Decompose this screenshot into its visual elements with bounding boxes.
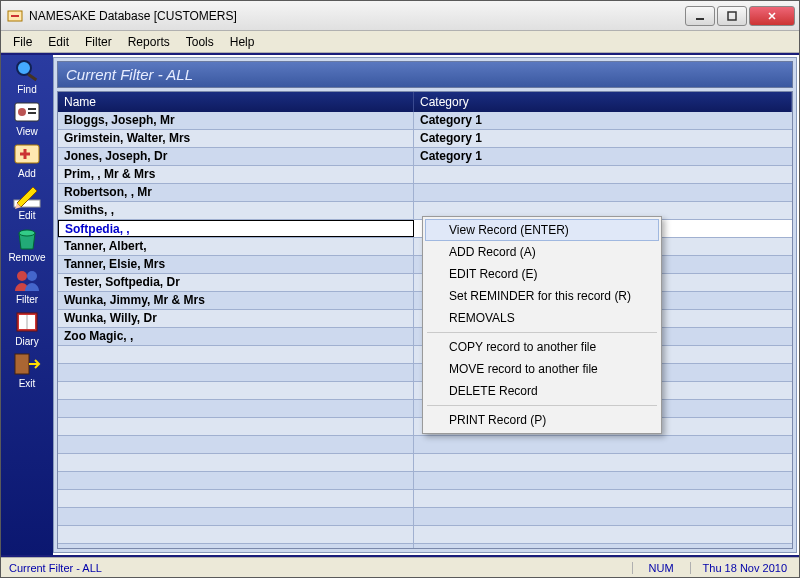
maximize-button[interactable] bbox=[717, 6, 747, 26]
tool-label: Edit bbox=[4, 210, 50, 221]
status-filter: Current Filter - ALL bbox=[1, 562, 110, 574]
close-button[interactable] bbox=[749, 6, 795, 26]
tool-label: Exit bbox=[4, 378, 50, 389]
menu-file[interactable]: File bbox=[5, 33, 40, 51]
statusbar: Current Filter - ALL NUM Thu 18 Nov 2010 bbox=[1, 557, 799, 577]
sidebar: FindViewAddEditRemoveFilterDiaryExit bbox=[1, 55, 53, 555]
context-item[interactable]: ADD Record (A) bbox=[425, 241, 659, 263]
context-item[interactable]: Set REMINDER for this record (R) bbox=[425, 285, 659, 307]
tool-filter[interactable]: Filter bbox=[4, 267, 50, 305]
context-item[interactable]: EDIT Record (E) bbox=[425, 263, 659, 285]
svg-rect-8 bbox=[28, 112, 36, 114]
minimize-button[interactable] bbox=[685, 6, 715, 26]
tool-label: Find bbox=[4, 84, 50, 95]
column-header-category[interactable]: Category bbox=[414, 92, 792, 112]
grid-header: Name Category bbox=[58, 92, 792, 112]
exit-icon bbox=[11, 351, 43, 377]
table-row[interactable]: Prim, , Mr & Mrs bbox=[58, 166, 792, 184]
cell-name: Robertson, , Mr bbox=[58, 184, 414, 201]
table-row-empty bbox=[58, 436, 792, 454]
tool-add[interactable]: Add bbox=[4, 141, 50, 179]
pencil-icon bbox=[11, 183, 43, 209]
cell-name: Wunka, Jimmy, Mr & Mrs bbox=[58, 292, 414, 309]
app-window: NAMESAKE Database [CUSTOMERS] FileEditFi… bbox=[0, 0, 800, 578]
cell-name: Tanner, Elsie, Mrs bbox=[58, 256, 414, 273]
table-row[interactable]: Bloggs, Joseph, MrCategory 1 bbox=[58, 112, 792, 130]
cell-name: Smiths, , bbox=[58, 202, 414, 219]
cell-name: Prim, , Mr & Mrs bbox=[58, 166, 414, 183]
column-header-name[interactable]: Name bbox=[58, 92, 414, 112]
table-row[interactable]: Jones, Joseph, DrCategory 1 bbox=[58, 148, 792, 166]
context-item[interactable]: PRINT Record (P) bbox=[425, 409, 659, 431]
context-item[interactable]: View Record (ENTER) bbox=[425, 219, 659, 241]
svg-rect-7 bbox=[28, 108, 36, 110]
window-title: NAMESAKE Database [CUSTOMERS] bbox=[29, 9, 685, 23]
status-numlock: NUM bbox=[632, 562, 690, 574]
menu-help[interactable]: Help bbox=[222, 33, 263, 51]
filter-title: Current Filter - ALL bbox=[57, 61, 793, 88]
cell-name: Wunka, Willy, Dr bbox=[58, 310, 414, 327]
status-date: Thu 18 Nov 2010 bbox=[690, 562, 799, 574]
tool-edit[interactable]: Edit bbox=[4, 183, 50, 221]
tool-label: Add bbox=[4, 168, 50, 179]
table-row[interactable]: Robertson, , Mr bbox=[58, 184, 792, 202]
tool-label: Filter bbox=[4, 294, 50, 305]
context-item[interactable]: DELETE Record bbox=[425, 380, 659, 402]
body: FindViewAddEditRemoveFilterDiaryExit Cur… bbox=[1, 53, 799, 557]
table-row-empty bbox=[58, 490, 792, 508]
cell-name: Tester, Softpedia, Dr bbox=[58, 274, 414, 291]
context-menu: View Record (ENTER)ADD Record (A)EDIT Re… bbox=[422, 216, 662, 434]
card-icon bbox=[11, 99, 43, 125]
cell-name: Jones, Joseph, Dr bbox=[58, 148, 414, 165]
book-icon bbox=[11, 309, 43, 335]
plus-card-icon bbox=[11, 141, 43, 167]
cell-category: Category 1 bbox=[414, 130, 792, 147]
menu-separator bbox=[427, 405, 657, 406]
tool-view[interactable]: View bbox=[4, 99, 50, 137]
tool-exit[interactable]: Exit bbox=[4, 351, 50, 389]
menu-filter[interactable]: Filter bbox=[77, 33, 120, 51]
magnifier-icon bbox=[11, 57, 43, 83]
svg-rect-1 bbox=[696, 18, 704, 20]
menu-tools[interactable]: Tools bbox=[178, 33, 222, 51]
table-row[interactable]: Grimstein, Walter, MrsCategory 1 bbox=[58, 130, 792, 148]
table-row-empty bbox=[58, 454, 792, 472]
tool-label: Diary bbox=[4, 336, 50, 347]
cell-name: Tanner, Albert, bbox=[58, 238, 414, 255]
menu-edit[interactable]: Edit bbox=[40, 33, 77, 51]
menu-reports[interactable]: Reports bbox=[120, 33, 178, 51]
titlebar: NAMESAKE Database [CUSTOMERS] bbox=[1, 1, 799, 31]
svg-point-13 bbox=[27, 271, 37, 281]
window-buttons bbox=[685, 6, 799, 26]
tool-find[interactable]: Find bbox=[4, 57, 50, 95]
cell-name: Bloggs, Joseph, Mr bbox=[58, 112, 414, 129]
menubar: FileEditFilterReportsToolsHelp bbox=[1, 31, 799, 53]
svg-point-6 bbox=[18, 108, 26, 116]
table-row-empty bbox=[58, 472, 792, 490]
cell-name: Zoo Magic, , bbox=[58, 328, 414, 345]
table-row-empty bbox=[58, 526, 792, 544]
menu-separator bbox=[427, 332, 657, 333]
table-row-empty bbox=[58, 508, 792, 526]
svg-rect-17 bbox=[15, 354, 29, 374]
context-item[interactable]: COPY record to another file bbox=[425, 336, 659, 358]
svg-rect-4 bbox=[27, 73, 37, 81]
cell-category: Category 1 bbox=[414, 112, 792, 129]
tool-diary[interactable]: Diary bbox=[4, 309, 50, 347]
context-item[interactable]: MOVE record to another file bbox=[425, 358, 659, 380]
svg-rect-2 bbox=[728, 12, 736, 20]
app-icon bbox=[7, 8, 23, 24]
cell-category: Category 1 bbox=[414, 148, 792, 165]
tool-remove[interactable]: Remove bbox=[4, 225, 50, 263]
people-icon bbox=[11, 267, 43, 293]
context-item[interactable]: REMOVALS bbox=[425, 307, 659, 329]
cell-name: Softpedia, , bbox=[58, 220, 414, 237]
tool-label: Remove bbox=[4, 252, 50, 263]
svg-point-3 bbox=[17, 61, 31, 75]
trash-icon bbox=[11, 225, 43, 251]
svg-point-12 bbox=[17, 271, 27, 281]
tool-label: View bbox=[4, 126, 50, 137]
svg-point-11 bbox=[19, 230, 35, 236]
cell-name: Grimstein, Walter, Mrs bbox=[58, 130, 414, 147]
cell-category bbox=[414, 184, 792, 201]
